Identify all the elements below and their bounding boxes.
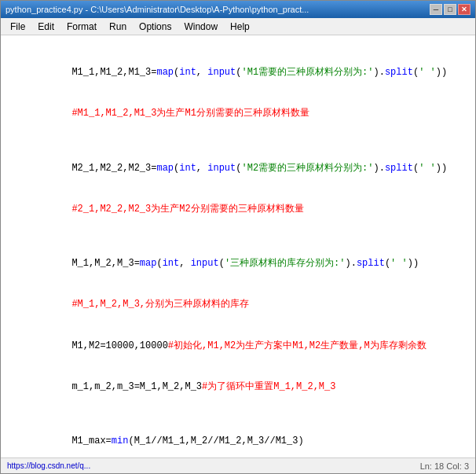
- code-line: #M_1,M_2,M_3,分别为三种原材料的库存: [4, 285, 471, 325]
- main-window: python_practice4.py - C:\Users\Administr…: [0, 0, 476, 474]
- menu-run[interactable]: Run: [103, 20, 133, 34]
- code-line: #2_1,M2_2,M2_3为生产M2分别需要的三种原材料数量: [4, 189, 471, 230]
- menu-format[interactable]: Format: [60, 20, 103, 34]
- code-editor[interactable]: M1_1,M1_2,M1_3=map(int, input('M1需要的三种原材…: [1, 35, 475, 457]
- maximize-button[interactable]: □: [444, 4, 456, 15]
- code-line: M1_1,M1_2,M1_3=map(int, input('M1需要的三种原材…: [4, 52, 471, 93]
- code-line: #M1_1,M1_2,M1_3为生产M1分别需要的三种原材料数量: [4, 94, 471, 134]
- code-line: M2_1,M2_2,M2_3=map(int, input('M2需要的三种原材…: [4, 148, 471, 189]
- menu-edit[interactable]: Edit: [31, 20, 60, 34]
- menu-file[interactable]: File: [4, 20, 31, 34]
- code-line: [4, 230, 471, 243]
- window-controls: ─ □ ✕: [430, 4, 471, 15]
- editor-area: M1_1,M1_2,M1_3=map(int, input('M1需要的三种原材…: [1, 35, 475, 457]
- title-bar: python_practice4.py - C:\Users\Administr…: [1, 1, 475, 18]
- menu-bar: File Edit Format Run Options Window Help: [1, 18, 475, 35]
- code-line: M1,M2=10000,10000#初始化,M1,M2为生产方案中M1,M2生产…: [4, 325, 471, 366]
- title-text: python_practice4.py - C:\Users\Administr…: [5, 5, 430, 14]
- code-line: [4, 39, 471, 52]
- menu-window[interactable]: Window: [178, 20, 224, 34]
- menu-help[interactable]: Help: [224, 20, 256, 34]
- code-line: [4, 408, 471, 421]
- code-line: M_1,M_2,M_3=map(int, input('三种原材料的库存分别为:…: [4, 244, 471, 285]
- minimize-button[interactable]: ─: [430, 4, 442, 15]
- close-button[interactable]: ✕: [458, 4, 471, 15]
- menu-options[interactable]: Options: [133, 20, 178, 34]
- status-link: https://blog.csdn.net/q...: [7, 461, 420, 470]
- code-line: M1_max=min(M_1//M1_1,M_2//M1_2,M_3//M1_3…: [4, 421, 471, 457]
- code-line: m_1,m_2,m_3=M_1,M_2,M_3#为了循环中重置M_1,M_2,M…: [4, 366, 471, 407]
- cursor-position: Ln: 18 Col: 3: [420, 461, 469, 471]
- status-bar: https://blog.csdn.net/q... Ln: 18 Col: 3: [1, 457, 475, 473]
- code-line: [4, 134, 471, 148]
